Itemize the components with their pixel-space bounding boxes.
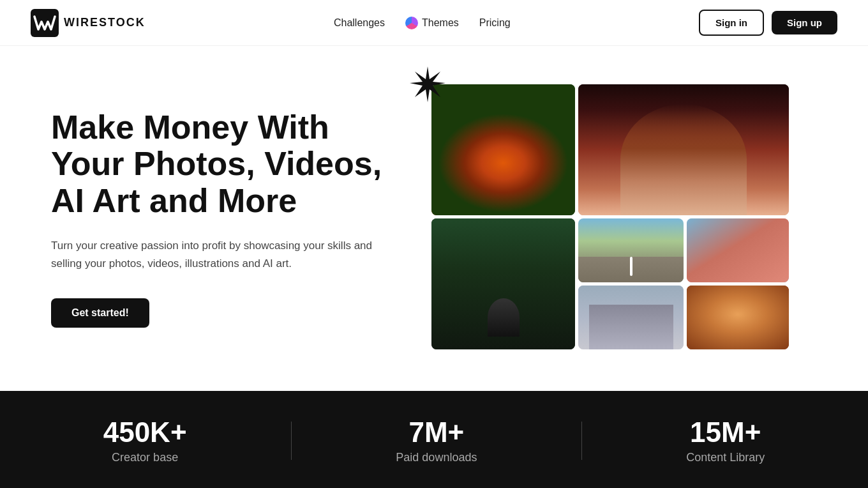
svg-rect-0: [31, 9, 59, 37]
logo-icon: [31, 9, 59, 37]
cat-image: [687, 286, 789, 349]
hero-section: Make Money With Your Photos, Videos, AI …: [0, 46, 868, 391]
stats-bar: 450K+ Creator base 7M+ Paid downloads 15…: [0, 391, 868, 488]
hero-content: Make Money With Your Photos, Videos, AI …: [51, 109, 396, 328]
hero-title: Make Money With Your Photos, Videos, AI …: [51, 109, 396, 219]
stat-creator-base: 450K+ Creator base: [103, 416, 187, 464]
stat-divider-2: [581, 422, 582, 460]
stat-content-library: 15M+ Content Library: [686, 416, 765, 464]
stat-content-library-number: 15M+: [686, 416, 765, 448]
building-image: [578, 286, 684, 349]
svg-marker-1: [410, 66, 445, 102]
butterfly-image: [431, 84, 575, 215]
nav-link-themes[interactable]: Themes: [405, 17, 459, 29]
stat-paid-downloads: 7M+ Paid downloads: [396, 416, 477, 464]
woman-portrait-image: [578, 84, 789, 215]
nav-link-challenges[interactable]: Challenges: [334, 17, 385, 29]
stat-divider-1: [291, 422, 292, 460]
hero-visual: [396, 84, 817, 353]
stat-creator-base-label: Creator base: [103, 451, 187, 464]
stat-paid-downloads-number: 7M+: [396, 416, 477, 448]
stat-creator-base-number: 450K+: [103, 416, 187, 448]
star-decoration: [408, 65, 447, 103]
nav-link-pricing[interactable]: Pricing: [479, 17, 511, 29]
image-mosaic: [431, 84, 781, 349]
themes-icon: [405, 17, 418, 29]
nav-links: Challenges Themes Pricing: [334, 17, 511, 29]
signin-button[interactable]: Sign in: [699, 10, 764, 36]
hero-subtitle: Turn your creative passion into profit b…: [51, 237, 396, 273]
nav-actions: Sign in Sign up: [699, 10, 837, 36]
road-image: [578, 218, 684, 282]
get-started-button[interactable]: Get started!: [51, 298, 149, 328]
pink-stairs-image: [687, 218, 789, 282]
navbar: WIRESTOCK Challenges Themes Pricing Sign…: [0, 0, 868, 46]
cyclist-image: [431, 218, 575, 349]
stat-content-library-label: Content Library: [686, 451, 765, 464]
stats-inner: 450K+ Creator base 7M+ Paid downloads 15…: [51, 416, 817, 464]
logo[interactable]: WIRESTOCK: [31, 9, 146, 37]
stat-paid-downloads-label: Paid downloads: [396, 451, 477, 464]
signup-button[interactable]: Sign up: [772, 11, 837, 34]
logo-text: WIRESTOCK: [64, 16, 146, 29]
